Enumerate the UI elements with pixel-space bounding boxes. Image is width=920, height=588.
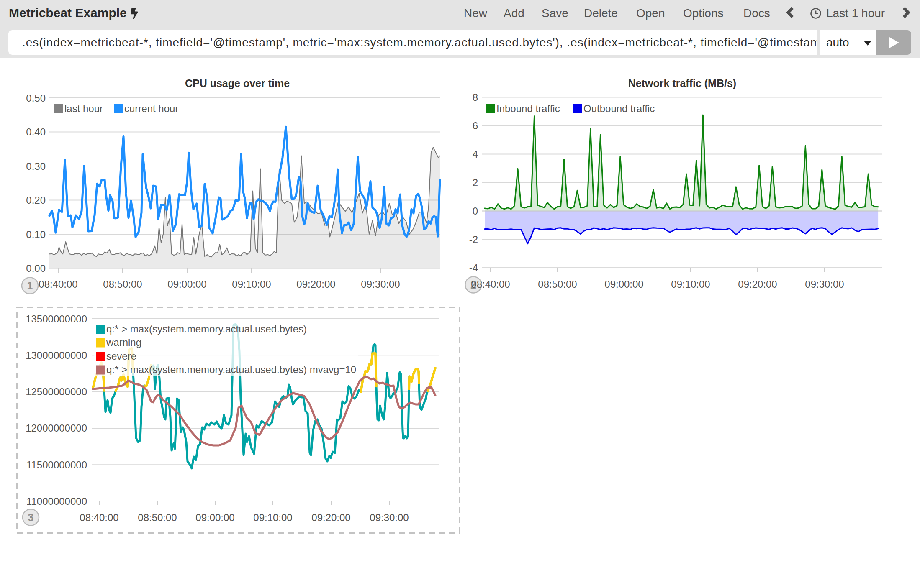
svg-text:13500000000: 13500000000 — [26, 313, 87, 325]
svg-text:09:10:00: 09:10:00 — [232, 279, 271, 290]
svg-text:q:* > max(system.memory.actual: q:* > max(system.memory.actual.used.byte… — [106, 323, 307, 335]
svg-text:0.30: 0.30 — [26, 161, 46, 172]
svg-text:09:00:00: 09:00:00 — [195, 512, 234, 523]
svg-text:09:20:00: 09:20:00 — [296, 279, 335, 290]
svg-text:severe: severe — [106, 350, 136, 362]
svg-text:11500000000: 11500000000 — [26, 459, 87, 470]
svg-text:08:40:00: 08:40:00 — [39, 279, 77, 290]
svg-text:warning: warning — [106, 337, 141, 348]
svg-text:09:10:00: 09:10:00 — [253, 512, 292, 523]
svg-text:13000000000: 13000000000 — [26, 350, 87, 361]
svg-text:-4: -4 — [469, 262, 478, 274]
svg-text:09:20:00: 09:20:00 — [311, 512, 350, 523]
svg-text:09:30:00: 09:30:00 — [361, 279, 400, 290]
svg-text:8: 8 — [473, 92, 478, 103]
svg-text:0: 0 — [473, 205, 478, 217]
svg-text:09:30:00: 09:30:00 — [370, 512, 409, 523]
svg-text:Outbound traffic: Outbound traffic — [583, 103, 655, 114]
svg-text:09:00:00: 09:00:00 — [604, 279, 643, 290]
svg-text:09:30:00: 09:30:00 — [805, 279, 844, 290]
svg-text:2: 2 — [473, 177, 478, 188]
svg-text:Inbound traffic: Inbound traffic — [496, 103, 560, 114]
svg-text:CPU usage over time: CPU usage over time — [185, 77, 290, 89]
svg-text:11000000000: 11000000000 — [26, 496, 87, 507]
svg-text:3: 3 — [28, 511, 34, 523]
svg-text:0.50: 0.50 — [26, 92, 46, 104]
svg-text:last hour: last hour — [64, 103, 103, 114]
svg-text:6: 6 — [473, 120, 478, 131]
svg-text:08:50:00: 08:50:00 — [103, 279, 142, 290]
svg-text:12500000000: 12500000000 — [26, 386, 87, 397]
svg-text:08:50:00: 08:50:00 — [538, 279, 577, 290]
svg-text:08:40:00: 08:40:00 — [80, 512, 118, 523]
svg-text:4: 4 — [473, 148, 478, 160]
svg-text:1: 1 — [27, 280, 33, 291]
svg-text:-2: -2 — [469, 234, 478, 245]
svg-text:0.00: 0.00 — [26, 263, 46, 274]
svg-text:08:50:00: 08:50:00 — [138, 512, 177, 523]
svg-text:09:00:00: 09:00:00 — [167, 279, 206, 290]
svg-text:08:40:00: 08:40:00 — [471, 279, 510, 290]
svg-text:0.10: 0.10 — [26, 229, 46, 240]
svg-text:12000000000: 12000000000 — [26, 422, 87, 434]
svg-text:0.40: 0.40 — [26, 126, 46, 138]
svg-text:0.20: 0.20 — [26, 194, 46, 206]
svg-text:Network traffic (MB/s): Network traffic (MB/s) — [628, 77, 736, 89]
svg-text:09:10:00: 09:10:00 — [671, 279, 710, 290]
svg-text:q:* > max(system.memory.actual: q:* > max(system.memory.actual.used.byte… — [106, 364, 356, 375]
svg-text:09:20:00: 09:20:00 — [738, 279, 777, 290]
svg-text:current hour: current hour — [124, 103, 178, 114]
